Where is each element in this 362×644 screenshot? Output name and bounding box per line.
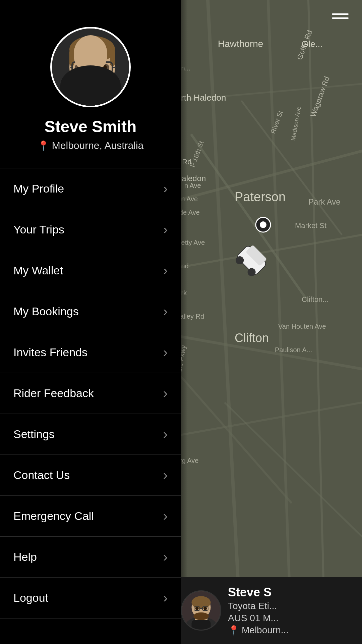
driver-location: 📍 Melbourn... bbox=[228, 625, 355, 636]
svg-rect-73 bbox=[192, 620, 211, 631]
hamburger-line-2 bbox=[332, 17, 349, 19]
svg-text:Gle...: Gle... bbox=[302, 39, 322, 49]
driver-name: Steve S bbox=[228, 585, 355, 599]
menu-item-help[interactable]: Help› bbox=[0, 537, 181, 578]
svg-point-49 bbox=[55, 86, 129, 106]
menu-item-logout[interactable]: Logout› bbox=[0, 578, 181, 619]
svg-point-78 bbox=[204, 607, 207, 610]
chevron-icon-rider-feedback: › bbox=[163, 386, 168, 401]
menu-item-label-help: Help bbox=[13, 550, 37, 564]
menu-item-my-profile[interactable]: My Profile› bbox=[0, 168, 181, 209]
svg-rect-50 bbox=[72, 89, 112, 106]
svg-text:Clifton...: Clifton... bbox=[302, 295, 329, 304]
svg-text:Market St: Market St bbox=[295, 221, 326, 230]
menu-item-label-settings: Settings bbox=[13, 428, 55, 441]
chevron-icon-logout: › bbox=[163, 590, 168, 605]
menu-item-label-my-bookings: My Bookings bbox=[13, 305, 79, 318]
menu-item-label-logout: Logout bbox=[13, 591, 48, 604]
menu-item-label-emergency-call: Emergency Call bbox=[13, 509, 94, 523]
chevron-icon-my-bookings: › bbox=[163, 304, 168, 319]
svg-point-52 bbox=[70, 85, 114, 103]
svg-text:rth Haledon: rth Haledon bbox=[181, 93, 226, 103]
sidebar-drawer: Steve Smith 📍 Melbourne, Australia My Pr… bbox=[0, 0, 181, 644]
svg-rect-51 bbox=[84, 78, 101, 92]
svg-text:Park Ave: Park Ave bbox=[308, 197, 341, 206]
svg-point-79 bbox=[193, 612, 209, 620]
chevron-icon-your-trips: › bbox=[163, 222, 168, 237]
chevron-icon-invites-friends: › bbox=[163, 345, 168, 360]
menu-item-label-my-profile: My Profile bbox=[13, 182, 64, 195]
menu-item-label-rider-feedback: Rider Feedback bbox=[13, 387, 94, 400]
user-location: 📍 Melbourne, Australia bbox=[38, 140, 144, 151]
user-name: Steve Smith bbox=[45, 117, 137, 136]
driver-plate: AUS 01 M... bbox=[228, 613, 355, 624]
svg-point-63 bbox=[75, 64, 84, 71]
menu-item-settings[interactable]: Settings› bbox=[0, 414, 181, 455]
menu-item-invites-friends[interactable]: Invites Friends› bbox=[0, 332, 181, 373]
avatar bbox=[50, 27, 131, 107]
svg-point-57 bbox=[74, 75, 111, 94]
svg-point-77 bbox=[195, 607, 199, 610]
menu-item-rider-feedback[interactable]: Rider Feedback› bbox=[0, 373, 181, 414]
svg-rect-48 bbox=[52, 29, 129, 106]
svg-text:Hawthorne: Hawthorne bbox=[218, 39, 263, 49]
map-container: Goffle Rd Wagaraw Rd River St Madison Av… bbox=[174, 0, 362, 644]
svg-text:Paulison A...: Paulison A... bbox=[275, 346, 312, 354]
menu-item-my-bookings[interactable]: My Bookings› bbox=[0, 291, 181, 332]
chevron-icon-settings: › bbox=[163, 427, 168, 442]
svg-point-42 bbox=[260, 221, 266, 228]
menu-list: My Profile›Your Trips›My Wallet›My Booki… bbox=[0, 168, 181, 619]
hamburger-menu-button[interactable] bbox=[328, 10, 352, 22]
menu-item-my-wallet[interactable]: My Wallet› bbox=[0, 250, 181, 291]
menu-item-label-invites-friends: Invites Friends bbox=[13, 346, 87, 359]
driver-avatar bbox=[181, 590, 221, 631]
svg-text:Van Houten Ave: Van Houten Ave bbox=[278, 323, 326, 330]
driver-info: Steve S Toyota Eti... AUS 01 M... 📍 Melb… bbox=[228, 585, 355, 636]
menu-item-label-your-trips: Your Trips bbox=[13, 223, 64, 236]
svg-point-54 bbox=[69, 36, 115, 63]
hamburger-line-1 bbox=[332, 13, 349, 15]
svg-point-65 bbox=[77, 65, 82, 70]
svg-point-64 bbox=[100, 64, 109, 71]
svg-text:Clifton: Clifton bbox=[235, 331, 269, 345]
chevron-icon-help: › bbox=[163, 549, 168, 565]
svg-point-67 bbox=[89, 73, 96, 78]
menu-item-contact-us[interactable]: Contact Us› bbox=[0, 455, 181, 496]
menu-item-label-contact-us: Contact Us bbox=[13, 469, 70, 482]
menu-item-your-trips[interactable]: Your Trips› bbox=[0, 209, 181, 250]
svg-point-66 bbox=[102, 65, 107, 70]
driver-card: Steve S Toyota Eti... AUS 01 M... 📍 Melb… bbox=[174, 577, 362, 644]
profile-section: Steve Smith 📍 Melbourne, Australia bbox=[0, 0, 181, 168]
driver-car: Toyota Eti... bbox=[228, 601, 355, 611]
chevron-icon-my-profile: › bbox=[163, 181, 168, 196]
chevron-icon-my-wallet: › bbox=[163, 263, 168, 278]
chevron-icon-contact-us: › bbox=[163, 468, 168, 483]
menu-item-label-my-wallet: My Wallet bbox=[13, 264, 63, 277]
menu-item-emergency-call[interactable]: Emergency Call› bbox=[0, 496, 181, 537]
svg-text:Paterson: Paterson bbox=[235, 190, 286, 204]
chevron-icon-emergency-call: › bbox=[163, 508, 168, 524]
location-pin-icon: 📍 bbox=[38, 140, 49, 151]
